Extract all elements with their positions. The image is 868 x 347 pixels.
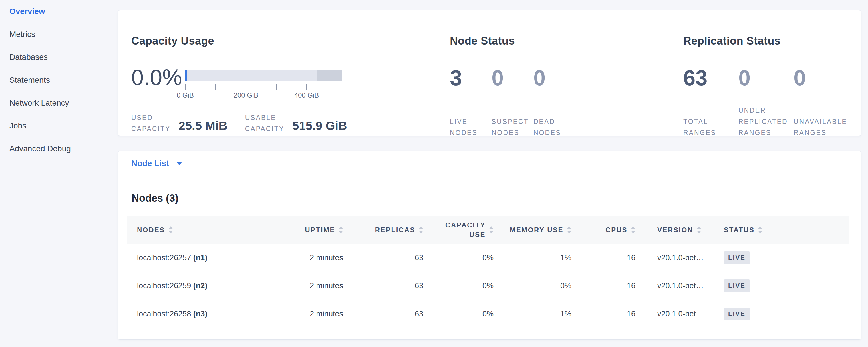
uptime-cell: 2 minutes bbox=[282, 300, 347, 328]
replicas-cell: 63 bbox=[347, 244, 428, 272]
capacity-axis-ticks bbox=[185, 84, 342, 91]
sort-icon bbox=[339, 226, 343, 233]
view-selector-bar: Node List bbox=[118, 151, 861, 176]
total-ranges-stat: 63 TOTAL RANGES bbox=[683, 66, 739, 138]
unavailable-ranges-value: 0 bbox=[794, 66, 849, 89]
axis-label-400gib: 400 GiB bbox=[294, 91, 319, 99]
memory-use-cell: 1% bbox=[500, 300, 585, 328]
live-nodes-label: LIVE NODES bbox=[450, 116, 492, 138]
capacity-usage-title: Capacity Usage bbox=[131, 35, 214, 47]
cpus-cell: 16 bbox=[585, 244, 649, 272]
suspect-nodes-stat: 0 SUSPECT NODES bbox=[492, 66, 533, 138]
usable-capacity-value: 515.9 GiB bbox=[292, 119, 347, 133]
sort-icon bbox=[419, 226, 423, 233]
dead-nodes-label: DEAD NODES bbox=[533, 116, 575, 138]
capacity-bar bbox=[185, 70, 342, 81]
node-status-title: Node Status bbox=[450, 35, 515, 47]
total-ranges-value: 63 bbox=[683, 66, 739, 89]
capacity-use-cell: 0% bbox=[428, 244, 500, 272]
sort-icon bbox=[758, 226, 763, 233]
total-ranges-label: TOTAL RANGES bbox=[683, 116, 739, 138]
suspect-nodes-value: 0 bbox=[492, 66, 533, 89]
axis-label-200gib: 200 GiB bbox=[234, 91, 258, 99]
sidebar-item-network-latency[interactable]: Network Latency bbox=[9, 92, 117, 115]
column-header-version[interactable]: VERSION bbox=[649, 216, 717, 244]
replicas-cell: 63 bbox=[347, 300, 428, 328]
node-address-cell[interactable]: localhost:26259 (n2) bbox=[127, 272, 282, 300]
version-cell: v20.1.0-bet… bbox=[649, 272, 717, 300]
replicas-cell: 63 bbox=[347, 272, 428, 300]
sort-icon bbox=[697, 226, 701, 233]
under-replicated-ranges-value: 0 bbox=[739, 66, 794, 89]
uptime-cell: 2 minutes bbox=[282, 272, 347, 300]
sidebar-item-advanced-debug[interactable]: Advanced Debug bbox=[9, 137, 117, 160]
table-row: localhost:26258 (n3) 2 minutes 63 0% 1% … bbox=[127, 300, 849, 328]
sidebar-item-jobs[interactable]: Jobs bbox=[9, 115, 117, 137]
capacity-bar-chart: 0 GiB 200 GiB 400 GiB bbox=[185, 70, 342, 100]
usable-capacity-label: USABLE CAPACITY bbox=[245, 112, 284, 134]
nodes-count-title: Nodes (3) bbox=[131, 192, 849, 204]
sort-icon bbox=[168, 226, 173, 233]
uptime-cell: 2 minutes bbox=[282, 244, 347, 272]
column-header-nodes[interactable]: NODES bbox=[127, 216, 282, 244]
table-row: localhost:26259 (n2) 2 minutes 63 0% 0% … bbox=[127, 272, 849, 300]
sidebar-item-overview[interactable]: Overview bbox=[9, 0, 117, 23]
node-list-dropdown[interactable]: Node List bbox=[131, 159, 182, 168]
used-capacity-value: 25.5 MiB bbox=[179, 119, 227, 133]
under-replicated-ranges-label: UNDER- REPLICATED RANGES bbox=[739, 105, 794, 138]
status-badge: LIVE bbox=[724, 280, 750, 292]
sort-icon bbox=[631, 226, 636, 233]
under-replicated-ranges-stat: 0 UNDER- REPLICATED RANGES bbox=[739, 66, 794, 138]
status-cell: LIVE bbox=[717, 244, 849, 272]
version-cell: v20.1.0-bet… bbox=[649, 300, 717, 328]
unavailable-ranges-stat: 0 UNAVAILABLE RANGES bbox=[794, 66, 849, 138]
column-header-capacity-use[interactable]: CAPACITY USE bbox=[428, 216, 500, 244]
status-cell: LIVE bbox=[717, 300, 849, 328]
cluster-summary-card: Capacity Usage 0.0% 0 GiB 200 bbox=[118, 10, 861, 136]
suspect-nodes-label: SUSPECT NODES bbox=[492, 116, 533, 138]
column-header-memory-use[interactable]: MEMORY USE bbox=[500, 216, 585, 244]
capacity-use-cell: 0% bbox=[428, 300, 500, 328]
sort-icon bbox=[489, 226, 494, 233]
axis-label-0gib: 0 GiB bbox=[177, 91, 194, 99]
column-header-replicas[interactable]: REPLICAS bbox=[347, 216, 428, 244]
node-list-card: Node List Nodes (3) NODES UPTIME bbox=[118, 151, 861, 340]
memory-use-cell: 0% bbox=[500, 272, 585, 300]
cpus-cell: 16 bbox=[585, 272, 649, 300]
used-capacity-label: USED CAPACITY bbox=[131, 112, 170, 134]
table-header-row: NODES UPTIME REPLICAS CAPACITY USE bbox=[127, 216, 849, 244]
capacity-bar-nonusable-segment bbox=[317, 70, 342, 81]
sidebar-item-metrics[interactable]: Metrics bbox=[9, 23, 117, 46]
column-header-uptime[interactable]: UPTIME bbox=[282, 216, 347, 244]
sidebar: Overview Metrics Databases Statements Ne… bbox=[0, 0, 117, 160]
sort-icon bbox=[567, 226, 571, 233]
dead-nodes-stat: 0 DEAD NODES bbox=[533, 66, 575, 138]
dead-nodes-value: 0 bbox=[533, 66, 575, 89]
node-address-cell[interactable]: localhost:26257 (n1) bbox=[127, 244, 282, 272]
node-list-dropdown-label: Node List bbox=[131, 159, 169, 168]
replication-status-title: Replication Status bbox=[683, 35, 781, 47]
cpus-cell: 16 bbox=[585, 300, 649, 328]
memory-use-cell: 1% bbox=[500, 244, 585, 272]
table-row: localhost:26257 (n1) 2 minutes 63 0% 1% … bbox=[127, 244, 849, 272]
live-nodes-stat: 3 LIVE NODES bbox=[450, 66, 492, 138]
status-cell: LIVE bbox=[717, 272, 849, 300]
status-badge: LIVE bbox=[724, 308, 750, 320]
nodes-table: NODES UPTIME REPLICAS CAPACITY USE bbox=[127, 216, 849, 328]
node-address-cell[interactable]: localhost:26258 (n3) bbox=[127, 300, 282, 328]
unavailable-ranges-label: UNAVAILABLE RANGES bbox=[794, 116, 849, 138]
column-header-cpus[interactable]: CPUS bbox=[585, 216, 649, 244]
chevron-down-icon bbox=[177, 162, 182, 165]
column-header-status[interactable]: STATUS bbox=[717, 216, 849, 244]
sidebar-item-databases[interactable]: Databases bbox=[9, 46, 117, 69]
sidebar-item-statements[interactable]: Statements bbox=[9, 69, 117, 92]
capacity-use-cell: 0% bbox=[428, 272, 500, 300]
capacity-bar-used-segment bbox=[185, 70, 187, 81]
live-nodes-value: 3 bbox=[450, 66, 492, 89]
version-cell: v20.1.0-bet… bbox=[649, 244, 717, 272]
status-badge: LIVE bbox=[724, 251, 750, 264]
